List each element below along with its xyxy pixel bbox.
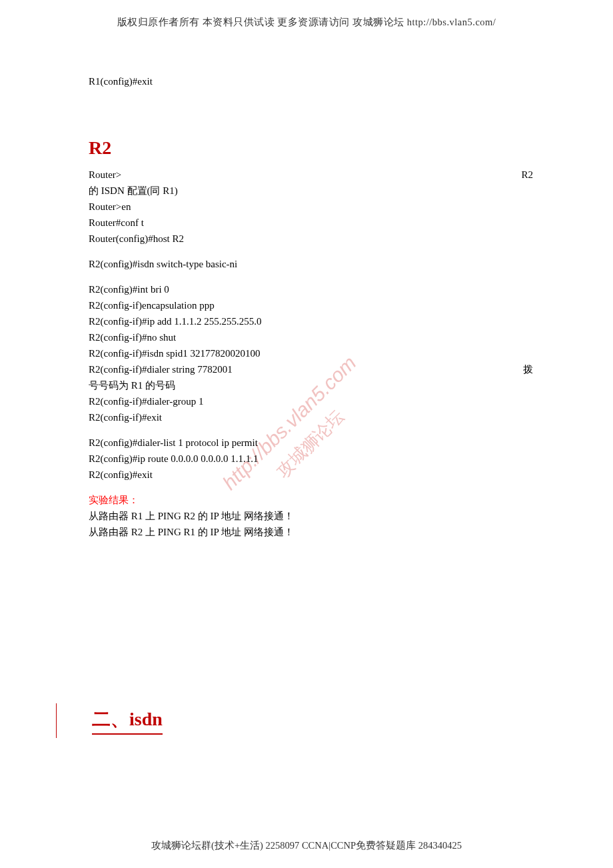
cmd-line: R2(config)#dialer-list 1 protocol ip per…	[89, 435, 533, 451]
section-2: 二、isdn	[56, 703, 163, 738]
page-footer: 攻城狮论坛群(技术+生活) 2258097 CCNA|CCNP免费答疑题库 28…	[0, 839, 613, 852]
cmd-line: R2(config-if)#dialer-group 1	[89, 393, 533, 409]
cmd-line: Router> R2	[89, 167, 533, 183]
cmd-line: Router#conf t	[89, 215, 533, 231]
annotation-dial: 拨	[523, 361, 533, 377]
result-line: 从路由器 R2 上 PING R1 的 IP 地址 网络接通！	[89, 524, 533, 540]
cmd-line: R2(config-if)#dialer string 7782001 拨	[89, 361, 533, 377]
cmd-line: R2(config-if)#exit	[89, 409, 533, 425]
page-header: 版权归原作者所有 本资料只供试读 更多资源请访问 攻城狮论坛 http://bb…	[0, 16, 613, 29]
heading-r2: R2	[89, 137, 533, 159]
heading-isdn: 二、isdn	[92, 707, 163, 735]
cmd-line: 的 ISDN 配置(同 R1)	[89, 183, 533, 199]
cmd-line: R2(config-if)#no shut	[89, 329, 533, 345]
cmd-line: R2(config)#isdn switch-type basic-ni	[89, 256, 533, 272]
result-label: 实验结果：	[89, 492, 533, 508]
cmd-line: R2(config-if)#isdn spid1 32177820020100	[89, 345, 533, 361]
cmd-line: R2(config)#exit	[89, 467, 533, 483]
cmd-r1-exit: R1(config)#exit	[89, 73, 533, 89]
annotation-r2: R2	[521, 167, 533, 183]
cmd-dialer-string: R2(config-if)#dialer string 7782001	[89, 361, 233, 377]
page-content: R1(config)#exit R2 Router> R2 的 ISDN 配置(…	[89, 73, 533, 540]
cmd-line: Router(config)#host R2	[89, 231, 533, 247]
cmd-line: R2(config-if)#ip add 1.1.1.2 255.255.255…	[89, 313, 533, 329]
cmd-line: R2(config)#int bri 0	[89, 281, 533, 297]
cmd-line: R2(config-if)encapsulation ppp	[89, 297, 533, 313]
cmd-line: R2(config)#ip route 0.0.0.0 0.0.0.0 1.1.…	[89, 451, 533, 467]
cmd-line: Router>en	[89, 199, 533, 215]
cmd-line: 号号码为 R1 的号码	[89, 377, 533, 393]
cmd-router-prompt: Router>	[89, 167, 121, 183]
result-line: 从路由器 R1 上 PING R2 的 IP 地址 网络接通！	[89, 508, 533, 524]
